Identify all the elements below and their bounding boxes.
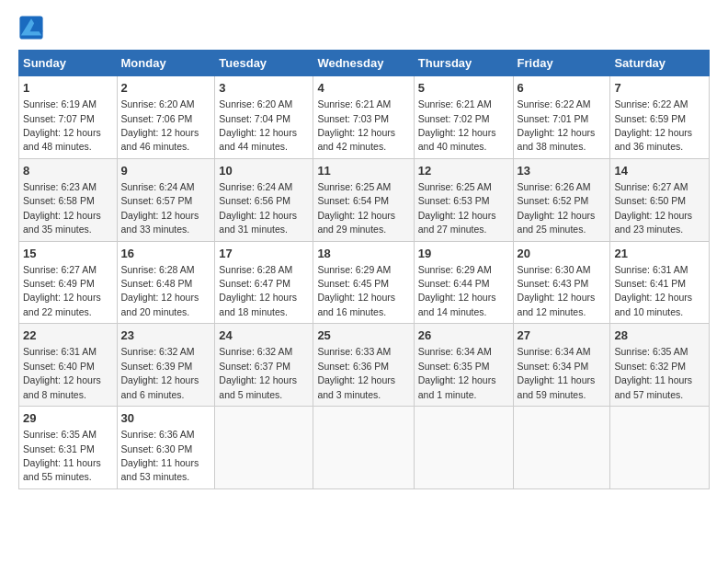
calendar-cell-27: 27Sunrise: 6:34 AMSunset: 6:34 PMDayligh… (513, 324, 610, 407)
calendar-cell-23: 23Sunrise: 6:32 AMSunset: 6:39 PMDayligh… (117, 324, 215, 407)
day-number: 27 (518, 327, 607, 344)
cell-info: Sunrise: 6:35 AMSunset: 6:31 PMDaylight:… (23, 429, 101, 482)
week-row-3: 15Sunrise: 6:27 AMSunset: 6:49 PMDayligh… (19, 241, 710, 324)
day-number: 26 (418, 327, 509, 344)
cell-info: Sunrise: 6:21 AMSunset: 7:03 PMDaylight:… (317, 98, 395, 152)
cell-info: Sunrise: 6:31 AMSunset: 6:41 PMDaylight:… (614, 264, 692, 317)
cell-info: Sunrise: 6:33 AMSunset: 6:36 PMDaylight:… (317, 346, 395, 399)
calendar-cell-5: 5Sunrise: 6:21 AMSunset: 7:02 PMDaylight… (414, 76, 513, 159)
day-number: 8 (23, 163, 113, 179)
calendar-table: SundayMondayTuesdayWednesdayThursdayFrid… (18, 50, 710, 489)
empty-cell (313, 407, 414, 489)
cell-info: Sunrise: 6:20 AMSunset: 7:06 PMDaylight:… (121, 98, 199, 152)
calendar-cell-10: 10Sunrise: 6:24 AMSunset: 6:56 PMDayligh… (215, 158, 313, 241)
day-number: 1 (23, 80, 113, 97)
day-number: 29 (23, 410, 113, 427)
day-number: 25 (317, 327, 409, 344)
cell-info: Sunrise: 6:31 AMSunset: 6:40 PMDaylight:… (23, 346, 101, 399)
day-number: 21 (614, 246, 705, 262)
day-number: 15 (23, 246, 113, 262)
day-number: 6 (518, 80, 607, 97)
day-header-wednesday: Wednesday (313, 51, 414, 76)
empty-cell (513, 407, 610, 489)
page-header (18, 15, 710, 40)
week-row-5: 29Sunrise: 6:35 AMSunset: 6:31 PMDayligh… (19, 407, 710, 489)
day-header-sunday: Sunday (19, 51, 118, 76)
calendar-cell-21: 21Sunrise: 6:31 AMSunset: 6:41 PMDayligh… (610, 241, 710, 324)
cell-info: Sunrise: 6:26 AMSunset: 6:52 PMDaylight:… (518, 181, 596, 235)
day-number: 23 (121, 327, 211, 344)
calendar-cell-29: 29Sunrise: 6:35 AMSunset: 6:31 PMDayligh… (19, 407, 118, 489)
calendar-cell-19: 19Sunrise: 6:29 AMSunset: 6:44 PMDayligh… (414, 241, 513, 324)
calendar-cell-4: 4Sunrise: 6:21 AMSunset: 7:03 PMDaylight… (313, 76, 414, 159)
day-number: 11 (317, 163, 409, 179)
day-number: 3 (219, 80, 309, 97)
calendar-cell-18: 18Sunrise: 6:29 AMSunset: 6:45 PMDayligh… (313, 241, 414, 324)
calendar-cell-9: 9Sunrise: 6:24 AMSunset: 6:57 PMDaylight… (117, 158, 215, 241)
cell-info: Sunrise: 6:32 AMSunset: 6:39 PMDaylight:… (121, 346, 199, 399)
day-number: 14 (614, 163, 705, 179)
cell-info: Sunrise: 6:24 AMSunset: 6:56 PMDaylight:… (219, 181, 297, 235)
day-number: 16 (121, 246, 211, 262)
cell-info: Sunrise: 6:21 AMSunset: 7:02 PMDaylight:… (418, 98, 496, 152)
empty-cell (610, 407, 710, 489)
cell-info: Sunrise: 6:25 AMSunset: 6:54 PMDaylight:… (317, 181, 395, 235)
day-number: 19 (418, 246, 509, 262)
calendar-cell-8: 8Sunrise: 6:23 AMSunset: 6:58 PMDaylight… (19, 158, 118, 241)
cell-info: Sunrise: 6:24 AMSunset: 6:57 PMDaylight:… (121, 181, 199, 235)
calendar-cell-14: 14Sunrise: 6:27 AMSunset: 6:50 PMDayligh… (610, 158, 710, 241)
cell-info: Sunrise: 6:32 AMSunset: 6:37 PMDaylight:… (219, 346, 297, 399)
cell-info: Sunrise: 6:20 AMSunset: 7:04 PMDaylight:… (219, 98, 297, 152)
calendar-cell-11: 11Sunrise: 6:25 AMSunset: 6:54 PMDayligh… (313, 158, 414, 241)
cell-info: Sunrise: 6:28 AMSunset: 6:48 PMDaylight:… (121, 264, 199, 317)
cell-info: Sunrise: 6:29 AMSunset: 6:45 PMDaylight:… (317, 264, 395, 317)
day-number: 30 (121, 410, 211, 427)
day-number: 13 (518, 163, 607, 179)
cell-info: Sunrise: 6:29 AMSunset: 6:44 PMDaylight:… (418, 264, 496, 317)
day-header-friday: Friday (513, 51, 610, 76)
cell-info: Sunrise: 6:23 AMSunset: 6:58 PMDaylight:… (23, 181, 101, 235)
day-number: 24 (219, 327, 309, 344)
cell-info: Sunrise: 6:27 AMSunset: 6:49 PMDaylight:… (23, 264, 101, 317)
day-number: 17 (219, 246, 309, 262)
day-header-thursday: Thursday (414, 51, 513, 76)
calendar-cell-13: 13Sunrise: 6:26 AMSunset: 6:52 PMDayligh… (513, 158, 610, 241)
cell-info: Sunrise: 6:27 AMSunset: 6:50 PMDaylight:… (614, 181, 692, 235)
day-number: 9 (121, 163, 211, 179)
calendar-cell-15: 15Sunrise: 6:27 AMSunset: 6:49 PMDayligh… (19, 241, 118, 324)
calendar-cell-1: 1Sunrise: 6:19 AMSunset: 7:07 PMDaylight… (19, 76, 118, 159)
cell-info: Sunrise: 6:22 AMSunset: 6:59 PMDaylight:… (614, 98, 692, 152)
cell-info: Sunrise: 6:36 AMSunset: 6:30 PMDaylight:… (121, 429, 199, 482)
cell-info: Sunrise: 6:19 AMSunset: 7:07 PMDaylight:… (23, 98, 101, 152)
calendar-cell-16: 16Sunrise: 6:28 AMSunset: 6:48 PMDayligh… (117, 241, 215, 324)
calendar-cell-30: 30Sunrise: 6:36 AMSunset: 6:30 PMDayligh… (117, 407, 215, 489)
cell-info: Sunrise: 6:30 AMSunset: 6:43 PMDaylight:… (518, 264, 596, 317)
calendar-cell-20: 20Sunrise: 6:30 AMSunset: 6:43 PMDayligh… (513, 241, 610, 324)
day-number: 28 (614, 327, 705, 344)
cell-info: Sunrise: 6:34 AMSunset: 6:35 PMDaylight:… (418, 346, 496, 399)
week-row-2: 8Sunrise: 6:23 AMSunset: 6:58 PMDaylight… (19, 158, 710, 241)
logo (18, 15, 48, 40)
day-number: 4 (317, 80, 409, 97)
day-header-monday: Monday (117, 51, 215, 76)
cell-info: Sunrise: 6:34 AMSunset: 6:34 PMDaylight:… (518, 346, 596, 399)
calendar-cell-7: 7Sunrise: 6:22 AMSunset: 6:59 PMDaylight… (610, 76, 710, 159)
day-number: 20 (518, 246, 607, 262)
calendar-cell-12: 12Sunrise: 6:25 AMSunset: 6:53 PMDayligh… (414, 158, 513, 241)
calendar-cell-3: 3Sunrise: 6:20 AMSunset: 7:04 PMDaylight… (215, 76, 313, 159)
day-header-saturday: Saturday (610, 51, 710, 76)
calendar-header: SundayMondayTuesdayWednesdayThursdayFrid… (19, 51, 710, 76)
week-row-1: 1Sunrise: 6:19 AMSunset: 7:07 PMDaylight… (19, 76, 710, 159)
day-header-tuesday: Tuesday (215, 51, 313, 76)
calendar-cell-2: 2Sunrise: 6:20 AMSunset: 7:06 PMDaylight… (117, 76, 215, 159)
day-number: 10 (219, 163, 309, 179)
calendar-cell-24: 24Sunrise: 6:32 AMSunset: 6:37 PMDayligh… (215, 324, 313, 407)
calendar-cell-17: 17Sunrise: 6:28 AMSunset: 6:47 PMDayligh… (215, 241, 313, 324)
cell-info: Sunrise: 6:22 AMSunset: 7:01 PMDaylight:… (518, 98, 596, 152)
day-number: 7 (614, 80, 705, 97)
calendar-cell-22: 22Sunrise: 6:31 AMSunset: 6:40 PMDayligh… (19, 324, 118, 407)
day-number: 18 (317, 246, 409, 262)
cell-info: Sunrise: 6:28 AMSunset: 6:47 PMDaylight:… (219, 264, 297, 317)
day-number: 22 (23, 327, 113, 344)
calendar-cell-26: 26Sunrise: 6:34 AMSunset: 6:35 PMDayligh… (414, 324, 513, 407)
